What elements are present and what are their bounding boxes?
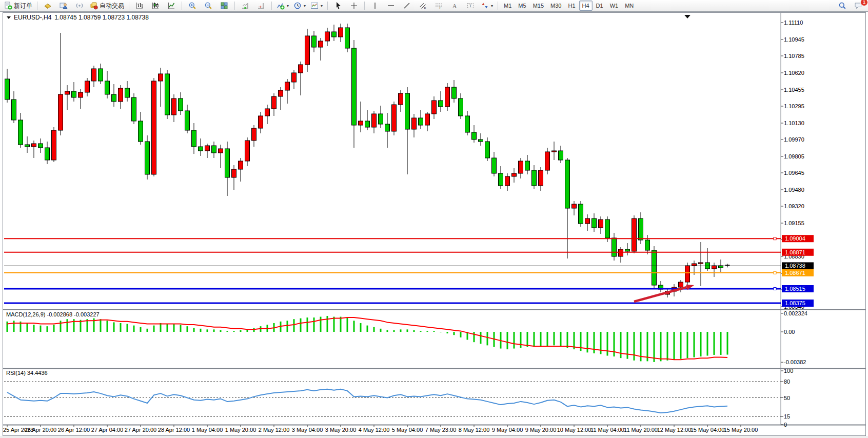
crosshair-icon [350, 2, 358, 10]
candle[interactable] [579, 201, 583, 227]
line-chart-button[interactable] [164, 0, 179, 11]
time-tick-label: 5 May 04:00 [392, 427, 423, 433]
candle-body-up [585, 218, 590, 224]
macd-bar [193, 328, 195, 332]
candle[interactable] [132, 93, 136, 124]
candle[interactable] [545, 148, 550, 174]
text-button[interactable]: A [447, 0, 462, 11]
trendline-button[interactable] [399, 0, 415, 11]
auto-trading-button[interactable]: 自动交易 [88, 0, 126, 11]
candle-body-up [339, 28, 343, 37]
candle-body-down [112, 94, 116, 102]
candle-body-up [685, 266, 690, 282]
candle[interactable] [152, 78, 156, 176]
candle[interactable] [345, 24, 350, 52]
candle-body-down [165, 74, 170, 115]
candle-body-down [365, 121, 370, 127]
macd-bar [407, 329, 408, 332]
expert-advisors-button[interactable] [56, 0, 71, 11]
candle-body-down [592, 218, 597, 228]
macd-bar [714, 332, 715, 355]
line-drag-handle[interactable] [774, 237, 776, 240]
timeframe-button-m15[interactable]: M15 [530, 1, 547, 11]
macd-bar [40, 326, 42, 332]
indicators-button[interactable]: ▾ [274, 0, 291, 11]
candle[interactable] [392, 102, 397, 135]
candle-body-up [159, 74, 163, 81]
auto-scroll-button[interactable] [238, 0, 253, 11]
price-tick-label: 1.10785 [784, 53, 804, 59]
zoom-out-button[interactable] [201, 0, 216, 11]
candle-body-up [425, 114, 430, 125]
timeframe-button-mn[interactable]: MN [622, 1, 637, 11]
candle-body-down [12, 99, 16, 120]
bar-chart-button[interactable] [132, 0, 147, 11]
macd-bar [293, 319, 295, 332]
timeframe-button-m30[interactable]: M30 [547, 1, 564, 11]
cursor-button[interactable] [330, 0, 346, 11]
timeframe-button-d1[interactable]: D1 [593, 1, 606, 11]
equidistant-channel-button[interactable]: E [415, 0, 430, 11]
templates-button[interactable]: ▾ [308, 0, 325, 11]
chat-button[interactable]: 1 [851, 0, 866, 11]
rsi-tick-label: 80 [784, 379, 790, 385]
symbol-dropdown-icon[interactable] [7, 16, 11, 19]
candle-body-up [539, 170, 543, 186]
dropdown-caret-icon[interactable]: ▾ [304, 4, 306, 8]
zoom-in-button[interactable] [185, 0, 200, 11]
candle-body-down [38, 144, 43, 148]
macd-bar [433, 331, 435, 332]
price-line-badge: 1.08738 [782, 262, 814, 269]
macd-bar [393, 330, 395, 332]
macd-bar [213, 329, 215, 332]
timeframe-button-m1[interactable]: M1 [501, 1, 515, 11]
chart-title: EURUSD-,H4 1.08745 1.08759 1.08723 1.087… [7, 14, 149, 21]
fibonacci-button[interactable]: F [431, 0, 446, 11]
time-tick-label: 15 May 20:00 [724, 427, 758, 433]
dropdown-caret-icon[interactable]: ▾ [287, 4, 289, 8]
market-watch-button[interactable] [40, 0, 55, 11]
crosshair-button[interactable] [346, 0, 362, 11]
timeframe-button-h4[interactable]: H4 [579, 1, 593, 11]
candle-body-up [78, 92, 83, 97]
candle-body-down [345, 28, 350, 48]
signals-button[interactable] [72, 0, 87, 11]
dropdown-caret-icon[interactable]: ▾ [321, 4, 323, 8]
vertical-line-button[interactable] [367, 0, 383, 11]
periods-button[interactable]: ▾ [291, 0, 308, 11]
macd-bar [594, 332, 595, 353]
candle[interactable] [632, 215, 637, 253]
timeframe-button-m5[interactable]: M5 [515, 1, 529, 11]
candle-body-up [372, 114, 377, 127]
price-line-badge: 1.09004 [782, 235, 814, 242]
line-drag-handle[interactable] [774, 271, 776, 274]
macd-bar [634, 332, 635, 361]
price-line-badge: 1.08871 [782, 249, 814, 256]
candle[interactable] [52, 127, 56, 162]
macd-bar [680, 332, 682, 359]
new-order-button[interactable]: 新订单 [2, 0, 34, 11]
macd-bar [727, 332, 728, 354]
candle[interactable] [145, 135, 150, 180]
tile-windows-button[interactable] [216, 0, 232, 11]
text-label-button[interactable]: T [463, 0, 478, 11]
arrows-button[interactable]: ▾ [479, 0, 495, 11]
chart-shift-button[interactable] [253, 0, 269, 11]
macd-bar [427, 331, 428, 332]
time-tick-label: 12 May 12:00 [657, 427, 692, 433]
timeframe-button-h1[interactable]: H1 [565, 1, 578, 11]
timeframe-button-w1[interactable]: W1 [607, 1, 622, 11]
mt4-window: 新订单自动交易▾▾▾EFAT▾M1M5M15M30H1H4D1W1MN1 1.1… [0, 0, 868, 438]
macd-bar [233, 331, 235, 332]
candle-chart-button[interactable] [148, 0, 163, 11]
new-order-icon [4, 2, 12, 10]
macd-indicator-label: MACD(12,26,9) -0.002868 -0.003227 [6, 311, 100, 317]
candle[interactable] [165, 70, 170, 119]
candle[interactable] [445, 83, 450, 111]
dropdown-caret-icon[interactable]: ▾ [491, 4, 493, 8]
search-button[interactable] [835, 0, 850, 11]
chart-canvas[interactable]: 1.111101.109451.107851.106201.104551.102… [0, 0, 868, 438]
horizontal-line-button[interactable] [383, 0, 399, 11]
line-drag-handle[interactable] [774, 288, 776, 290]
new-order-button-label: 新订单 [14, 2, 32, 10]
